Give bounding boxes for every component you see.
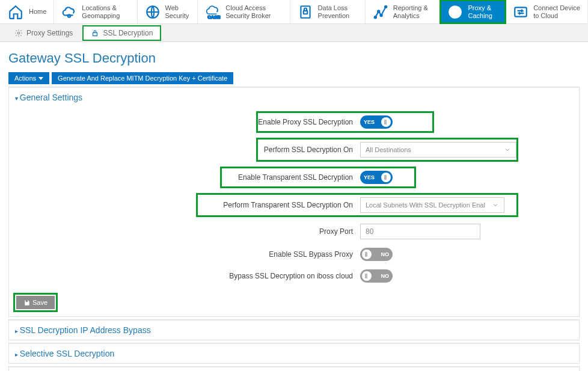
- tab-proxy-settings[interactable]: Proxy Settings: [7, 26, 80, 40]
- nav-connect-device[interactable]: Connect Device to Cloud: [506, 0, 588, 23]
- form-label: Proxy Port: [78, 227, 360, 236]
- globe-arrow-icon: [447, 4, 463, 20]
- toggle-state: YES: [364, 119, 375, 125]
- toggle-state: NO: [381, 251, 390, 257]
- panel-general-settings: General Settings Enable Proxy SSL Decryp…: [8, 87, 580, 317]
- nav-reporting[interactable]: Reporting & Analytics: [366, 0, 441, 23]
- chevron-down-icon: [504, 146, 511, 155]
- toggle-knob-icon: [381, 117, 391, 127]
- casb-icon: CASB: [205, 4, 221, 20]
- tab-label: SSL Decryption: [103, 29, 153, 37]
- nav-locations[interactable]: Locations & Geomapping: [54, 0, 137, 23]
- form-control: NO: [360, 248, 516, 261]
- save-button[interactable]: Save: [16, 296, 55, 309]
- row-perform-transparent: Perform Transparent SSL Decryption On Lo…: [198, 195, 516, 215]
- toggle-state: NO: [381, 273, 390, 279]
- toggle-knob-icon: [381, 173, 391, 182]
- svg-point-6: [378, 10, 379, 12]
- svg-rect-12: [93, 32, 97, 35]
- svg-point-8: [385, 5, 387, 7]
- chart-icon: [373, 4, 388, 20]
- arrows-icon: [513, 4, 528, 20]
- toggle-enable-proxy[interactable]: YES: [360, 115, 393, 129]
- nav-label: Connect Device to Cloud: [533, 4, 580, 19]
- chevron-down-icon: [492, 201, 499, 210]
- nav-label: Web Security: [165, 4, 191, 19]
- toggle-enable-transparent[interactable]: YES: [360, 171, 393, 184]
- nav-proxy-caching[interactable]: Proxy & Caching: [440, 0, 506, 23]
- save-highlight: Save: [15, 295, 56, 310]
- svg-rect-4: [303, 10, 307, 13]
- panel-body: Enable Proxy SSL Decryption YES Perform …: [9, 107, 579, 316]
- form-control: YES: [360, 115, 396, 129]
- panel-ip-bypass: SSL Decryption IP Address Bypass: [8, 319, 580, 340]
- sub-nav: Proxy Settings SSL Decryption: [0, 24, 588, 42]
- toggle-bypass-cloud[interactable]: NO: [360, 269, 393, 283]
- nav-web-security[interactable]: Web Security: [138, 0, 198, 23]
- toggle-bypass-proxy[interactable]: NO: [360, 248, 393, 261]
- select-perform-transparent[interactable]: Local Subnets With SSL Decryption Enal: [360, 197, 504, 213]
- tab-label: Proxy Settings: [26, 29, 73, 37]
- dlp-icon: [298, 4, 313, 20]
- toggle-knob-icon: [362, 250, 372, 259]
- page-title: Gateway SSL Decryption: [8, 42, 580, 72]
- top-nav: Home Locations & Geomapping Web Security…: [0, 0, 588, 24]
- gear-icon: [14, 29, 23, 37]
- toggle-state: YES: [364, 174, 375, 180]
- panel-header[interactable]: Advanced Selective SSL Decryption: [9, 367, 579, 371]
- generate-replace-button[interactable]: Generate And Replace MITM Decryption Key…: [52, 72, 233, 84]
- form-control: [360, 224, 516, 239]
- select-perform-on[interactable]: All Destinations: [360, 142, 516, 158]
- input-proxy-port[interactable]: [360, 224, 480, 239]
- select-value: Local Subnets With SSL Decryption Enal: [366, 201, 485, 209]
- button-label: Save: [32, 299, 47, 306]
- form-label: Enable SSL Bypass Proxy: [78, 250, 360, 259]
- row-perform-on: Perform SSL Decryption On All Destinatio…: [258, 140, 516, 160]
- svg-point-7: [380, 14, 382, 16]
- form-label: Bypass SSL Decryption on iboss cloud: [78, 272, 360, 280]
- row-enable-proxy: Enable Proxy SSL Decryption YES: [258, 113, 432, 131]
- form-control: NO: [360, 269, 516, 283]
- content: Gateway SSL Decryption Actions Generate …: [0, 42, 588, 371]
- panel-header[interactable]: General Settings: [9, 87, 579, 107]
- nav-home[interactable]: Home: [0, 0, 54, 23]
- home-icon: [7, 4, 24, 20]
- select-value: All Destinations: [366, 146, 411, 153]
- svg-point-5: [374, 16, 376, 18]
- panel-header[interactable]: Selective SSL Decryption: [9, 343, 579, 363]
- form-control: Local Subnets With SSL Decryption Enal: [360, 197, 516, 213]
- svg-point-11: [17, 32, 20, 34]
- nav-casb[interactable]: CASB Cloud Access Security Broker: [198, 0, 290, 23]
- nav-dlp[interactable]: Data Loss Prevention: [290, 0, 366, 23]
- form-control: YES: [360, 171, 396, 184]
- lock-icon: [91, 29, 99, 37]
- form-label: Perform SSL Decryption On: [258, 146, 360, 154]
- row-enable-transparent: Enable Transparent SSL Decryption YES: [222, 168, 414, 186]
- button-label: Generate And Replace MITM Decryption Key…: [58, 75, 227, 82]
- panel-header[interactable]: SSL Decryption IP Address Bypass: [9, 320, 579, 340]
- row-bypass-cloud: Bypass SSL Decryption on iboss cloud NO: [78, 269, 510, 283]
- nav-label: Reporting & Analytics: [393, 4, 433, 19]
- panel-adv-selective: Advanced Selective SSL Decryption: [8, 366, 580, 371]
- actions-dropdown[interactable]: Actions: [8, 72, 49, 84]
- form-label: Perform Transparent SSL Decryption On: [198, 201, 360, 209]
- form-label: Enable Proxy SSL Decryption: [258, 118, 360, 126]
- nav-label: Data Loss Prevention: [318, 4, 358, 19]
- form-label: Enable Transparent SSL Decryption: [222, 173, 360, 182]
- nav-label: Proxy & Caching: [468, 4, 498, 19]
- svg-text:CASB: CASB: [208, 14, 221, 19]
- svg-rect-10: [515, 7, 527, 16]
- toggle-knob-icon: [362, 271, 372, 281]
- tab-ssl-decryption[interactable]: SSL Decryption: [84, 26, 160, 40]
- caret-down-icon: [38, 77, 43, 80]
- form-control: All Destinations: [360, 142, 516, 158]
- action-bar: Actions Generate And Replace MITM Decryp…: [8, 72, 580, 84]
- cloud-icon: [61, 4, 77, 20]
- nav-label: Cloud Access Security Broker: [225, 4, 282, 19]
- row-bypass-proxy: Enable SSL Bypass Proxy NO: [78, 248, 510, 261]
- save-icon: [23, 299, 30, 306]
- panel-selective: Selective SSL Decryption: [8, 343, 580, 364]
- nav-label: Home: [29, 8, 46, 16]
- globe-icon: [145, 4, 161, 20]
- nav-label: Locations & Geomapping: [82, 4, 129, 19]
